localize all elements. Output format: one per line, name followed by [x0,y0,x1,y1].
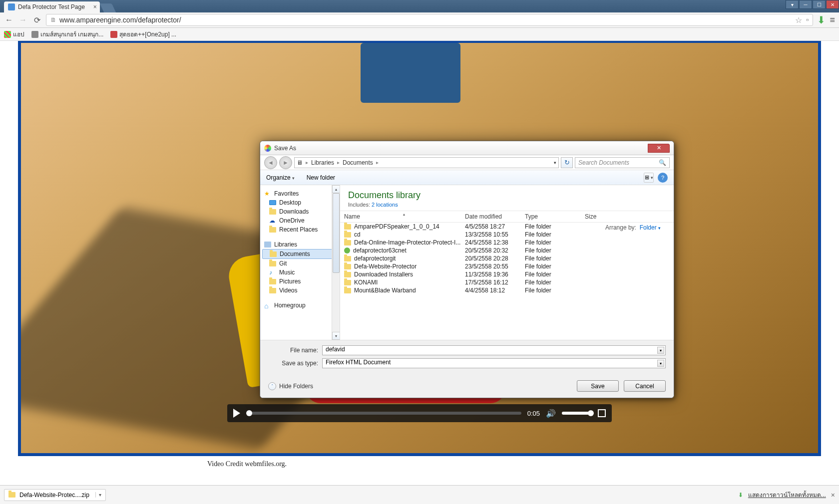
volume-bar[interactable] [562,412,592,415]
file-row[interactable]: cd13/3/2558 10:55File folder [340,231,674,239]
file-row[interactable]: Defa-Online-Image-Protector-Protect-I...… [340,239,674,247]
nav-favorites[interactable]: ★Favorites [262,189,338,198]
file-row[interactable]: Mount&Blade Warband4/4/2558 18:12File fo… [340,286,674,294]
search-icon: 🔍 [659,159,666,166]
apps-bookmark[interactable]: แอป [4,29,24,39]
seek-bar[interactable] [246,412,521,415]
nav-videos[interactable]: Videos [262,286,338,295]
scroll-down-button[interactable]: ▾ [332,332,340,340]
hide-folders-toggle[interactable]: ˄ Hide Folders [268,382,313,390]
file-type: File folder [525,287,585,294]
nav-libraries[interactable]: Libraries [262,240,338,249]
nav-onedrive[interactable]: ☁OneDrive [262,216,338,225]
dialog-close-button[interactable]: ✕ [648,144,670,153]
file-date: 4/4/2558 18:12 [465,287,525,294]
window-dropdown-button[interactable]: ▾ [786,0,799,9]
col-size-header[interactable]: Size [585,213,625,220]
breadcrumb-documents[interactable]: Documents [343,159,373,166]
tab-close-icon[interactable]: × [93,3,97,10]
refresh-button[interactable]: ↻ [561,157,573,168]
back-button[interactable]: ← [4,15,14,25]
nav-pictures[interactable]: Pictures [262,277,338,286]
file-list: AmparePDFSpeaker_1_0_0_144/5/2558 18:27F… [340,223,674,340]
file-type: File folder [525,239,585,246]
savetype-dropdown-icon[interactable]: ▾ [657,360,664,367]
new-tab-button[interactable] [100,3,116,12]
dialog-nav-bar: ◄ ► 🖥 ▸ Libraries ▸ Documents ▸ ▾ ↻ Sear… [260,155,674,170]
downloadbar-close-icon[interactable]: × [831,491,835,499]
bookmark-icon [110,31,117,38]
cancel-button[interactable]: Cancel [624,380,666,392]
reload-button[interactable]: ⟳ [32,15,42,25]
nav-scrollbar[interactable]: ▴ ▾ [332,185,340,340]
homegroup-icon: ⌂ [264,302,271,309]
help-button[interactable]: ? [658,173,668,183]
search-input[interactable]: Search Documents 🔍 [575,157,670,168]
filename-input[interactable]: defavid ▾ [322,345,666,355]
nav-recent[interactable]: Recent Places [262,225,338,234]
play-button[interactable] [233,409,240,418]
download-item[interactable]: Defa-Website-Protec....zip ▾ [4,489,106,501]
dialog-toolbar: Organize New folder ⊞ ? [260,170,674,185]
bookmark-2[interactable]: สุดยอด++[One2up] ... [110,29,176,39]
dialog-titlebar[interactable]: Save As ✕ [260,141,674,155]
file-row[interactable]: defaprotector63cnet20/5/2558 20:32File f… [340,247,674,254]
bookmark-icon [31,31,38,38]
breadcrumb[interactable]: 🖥 ▸ Libraries ▸ Documents ▸ ▾ [294,157,559,168]
nav-desktop[interactable]: Desktop [262,198,338,207]
save-button[interactable]: Save [577,380,619,392]
breadcrumb-dropdown-icon[interactable]: ▾ [554,160,556,165]
browser-tab[interactable]: Defa Protector Test Page × [4,1,100,12]
nav-back-button[interactable]: ◄ [264,156,277,169]
filename-dropdown-icon[interactable]: ▾ [657,347,664,354]
view-options-button[interactable]: ⊞ [644,173,654,183]
nav-documents[interactable]: Documents [262,249,338,259]
scroll-up-button[interactable]: ▴ [332,185,340,193]
nav-homegroup[interactable]: ⌂Homegroup [262,301,338,310]
bookmark-1[interactable]: เกมส์สนุกเกอร์ เกมสนุก... [31,29,103,39]
show-all-downloads-link[interactable]: แสดงการดาวน์โหลดทั้งหมด... [748,490,826,500]
col-date-header[interactable]: Date modified [465,213,525,220]
nav-downloads[interactable]: Downloads [262,207,338,216]
volume-icon[interactable]: 🔊 [546,409,556,418]
col-name-header[interactable]: Name▴ [340,213,465,220]
search-placeholder: Search Documents [578,159,629,166]
bookmark-star-icon[interactable]: ☆ [795,15,802,25]
breadcrumb-libraries[interactable]: Libraries [311,159,334,166]
file-row[interactable]: defaprotectorgit20/5/2558 20:28File fold… [340,254,674,262]
new-folder-button[interactable]: New folder [307,174,335,181]
video-controls: 0:05 🔊 [227,404,612,422]
download-menu-icon[interactable]: ▾ [95,492,101,498]
dialog-footer: ˄ Hide Folders Save Cancel [260,376,674,398]
nav-music[interactable]: ♪Music [262,268,338,277]
nav-forward-button[interactable]: ► [279,156,292,169]
folder-icon [344,288,351,293]
arrange-dropdown[interactable]: Folder ▾ [640,224,661,231]
file-row[interactable]: Defa-Website-Protector23/5/2558 20:55Fil… [340,262,674,270]
savetype-select[interactable]: Firefox HTML Document ▾ [322,358,666,368]
seek-handle[interactable] [246,410,252,416]
file-date: 20/5/2558 20:28 [465,255,525,262]
fullscreen-icon[interactable] [598,409,606,417]
folder-icon [269,209,276,215]
library-subtitle: Includes: 2 locations [348,202,666,208]
organize-button[interactable]: Organize [266,174,295,181]
window-maximize-button[interactable]: ☐ [813,0,826,9]
scroll-thumb[interactable] [333,193,340,273]
chrome-menu-icon[interactable]: ≡ [830,15,835,25]
window-close-button[interactable]: ✕ [826,0,839,9]
volume-handle[interactable] [588,410,594,416]
file-row[interactable]: Downloaded Installers11/3/2558 19:36File… [340,270,674,278]
arrange-by: Arrange by: Folder ▾ [605,224,661,231]
col-type-header[interactable]: Type [525,213,585,220]
forward-button[interactable]: → [18,15,28,25]
window-minimize-button[interactable]: ─ [799,0,812,9]
file-date: 24/5/2558 12:38 [465,239,525,246]
locations-link[interactable]: 2 locations [372,202,398,208]
file-row[interactable]: KONAMI17/5/2558 16:12File folder [340,278,674,286]
downloads-icon[interactable]: ⬇ [817,14,826,26]
folder-icon [270,252,277,257]
nav-git[interactable]: Git [262,259,338,268]
url-bar[interactable]: 🗎 www.ampareengine.com/defaprotector/ ☆ … [46,14,813,26]
translate-icon[interactable]: ▫ [806,15,809,24]
